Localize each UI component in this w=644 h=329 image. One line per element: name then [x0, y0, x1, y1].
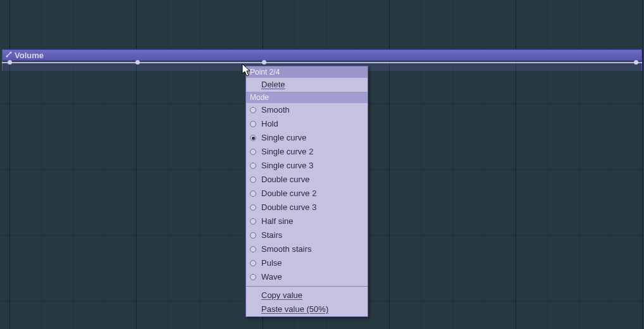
radio-icon [250, 218, 256, 225]
menu-item-label: Stairs [261, 230, 282, 240]
radio-icon [250, 107, 256, 113]
menu-item-mode[interactable]: Single curve 3 [246, 159, 368, 173]
menu-item-copy-value[interactable]: Copy value [246, 289, 368, 302]
menu-item-mode[interactable]: Half sine [246, 214, 368, 228]
context-menu-section-mode: Mode [246, 92, 368, 103]
automation-icon [5, 51, 13, 60]
menu-item-label: Smooth [261, 105, 290, 115]
radio-icon [250, 190, 256, 197]
menu-item-label: Wave [261, 272, 282, 282]
menu-item-label: Delete [261, 80, 285, 90]
menu-item-mode[interactable]: Hold [246, 117, 368, 131]
radio-icon [250, 149, 256, 155]
menu-item-mode[interactable]: Smooth stairs [246, 242, 368, 256]
menu-item-mode[interactable]: Pulse [246, 256, 368, 270]
menu-separator [246, 286, 368, 287]
menu-item-delete[interactable]: Delete [246, 78, 368, 92]
menu-item-mode[interactable]: Single curve [246, 131, 368, 145]
menu-item-label: Smooth stairs [261, 244, 311, 254]
menu-item-label: Double curve 3 [261, 202, 316, 213]
radio-icon [250, 232, 256, 239]
menu-item-mode[interactable]: Double curve 2 [246, 187, 368, 201]
menu-item-mode[interactable]: Double curve 3 [246, 201, 368, 214]
vgrid-bar [642, 0, 643, 329]
envelope-point[interactable] [135, 60, 140, 65]
menu-item-mode[interactable]: Wave [246, 270, 368, 284]
menu-item-label: Paste value (50%) [261, 304, 328, 314]
radio-icon [250, 135, 256, 141]
menu-item-paste-value[interactable]: Paste value (50%) [246, 302, 368, 316]
clip-header[interactable]: Volume [2, 49, 642, 61]
radio-icon [250, 274, 256, 280]
menu-item-label: Pulse [261, 258, 282, 268]
spacer [250, 82, 256, 88]
menu-item-mode[interactable]: Smooth [246, 103, 368, 117]
menu-item-label: Single curve 3 [261, 161, 313, 171]
radio-icon [250, 246, 256, 252]
menu-item-label: Single curve [261, 133, 307, 143]
spacer [250, 306, 256, 313]
envelope-line[interactable] [2, 62, 642, 63]
menu-item-label: Copy value [261, 290, 302, 301]
menu-item-mode[interactable]: Double curve [246, 173, 368, 187]
automation-editor[interactable]: Volume Point 2/4 Delete Mode SmoothHoldS… [0, 0, 644, 329]
clip-title: Volume [15, 51, 44, 60]
menu-item-label: Half sine [261, 216, 294, 227]
menu-item-mode[interactable]: Single curve 2 [246, 145, 368, 159]
radio-icon [250, 204, 256, 211]
svg-line-2 [7, 53, 11, 56]
context-menu: Point 2/4 Delete Mode SmoothHoldSingle c… [245, 66, 368, 317]
menu-item-label: Hold [261, 119, 278, 129]
spacer [250, 292, 256, 299]
menu-item-label: Single curve 2 [261, 147, 313, 157]
context-menu-title: Point 2/4 [246, 66, 368, 78]
radio-icon [250, 121, 256, 127]
menu-item-label: Double curve 2 [261, 189, 316, 199]
menu-item-mode[interactable]: Stairs [246, 228, 368, 242]
radio-icon [250, 177, 256, 183]
radio-icon [250, 163, 256, 169]
envelope-point[interactable] [8, 60, 12, 65]
menu-item-label: Double curve [261, 175, 310, 185]
radio-icon [250, 260, 256, 266]
envelope-point[interactable] [634, 60, 638, 65]
envelope-point[interactable] [262, 60, 266, 65]
